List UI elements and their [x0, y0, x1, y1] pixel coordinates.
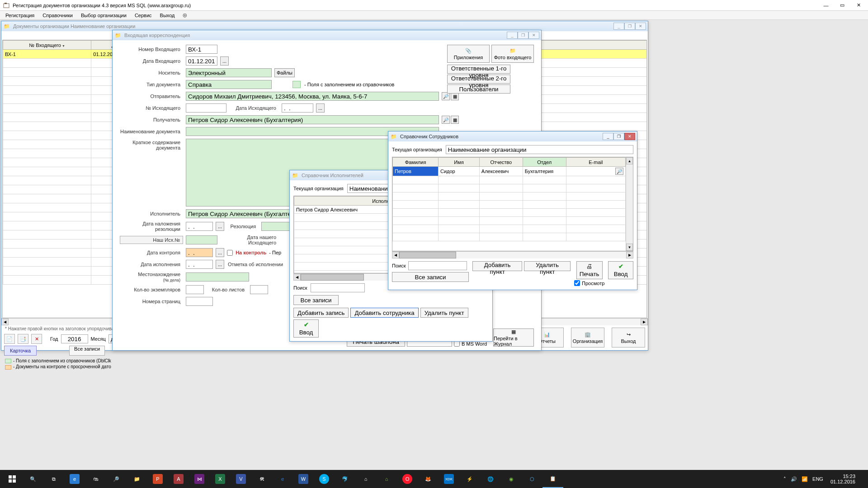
- card-min[interactable]: _: [507, 32, 518, 39]
- tb-excel[interactable]: X: [210, 470, 231, 488]
- journal-min[interactable]: _: [613, 23, 624, 30]
- resdate-input[interactable]: [186, 222, 213, 231]
- taskbar-clock[interactable]: 15:23 01.12.2016: [827, 474, 859, 484]
- exec-delete-button[interactable]: Удалить пункт: [420, 308, 468, 318]
- emp-col-patronymic[interactable]: Отчество: [479, 158, 523, 167]
- tb-word[interactable]: W: [293, 470, 314, 488]
- tb-opera[interactable]: O: [397, 470, 418, 488]
- start-button[interactable]: [2, 470, 23, 488]
- tb-store[interactable]: 🛍: [85, 470, 106, 488]
- recipient-grid-icon[interactable]: ▦: [451, 116, 459, 124]
- minimize-button[interactable]: —: [819, 1, 833, 9]
- tray-network-icon[interactable]: 🔊: [791, 476, 797, 482]
- emp-col-lastname[interactable]: Фамилия: [393, 158, 439, 167]
- sender-input[interactable]: [186, 92, 439, 101]
- ourout-input[interactable]: [186, 235, 217, 244]
- recipient-ref-icon[interactable]: 🔎: [442, 116, 450, 124]
- onctrl-checkbox[interactable]: [227, 250, 233, 256]
- tb-visio[interactable]: V: [231, 470, 251, 488]
- emp-max[interactable]: ❐: [613, 133, 624, 140]
- tb-app3[interactable]: ⌂: [376, 470, 397, 488]
- emp-print-button[interactable]: 🖨Печать: [576, 261, 603, 279]
- ctrldate-input[interactable]: [186, 248, 213, 257]
- tb-explorer[interactable]: 📁: [127, 470, 147, 488]
- tb-tools[interactable]: 🛠: [251, 470, 272, 488]
- tb-current-app[interactable]: 📋: [542, 470, 563, 488]
- tb-skype[interactable]: S: [314, 470, 335, 488]
- users-button[interactable]: Пользователи: [447, 84, 510, 94]
- emp-org-input[interactable]: [446, 145, 633, 154]
- emp-col-firstname[interactable]: Имя: [438, 158, 479, 167]
- close-button[interactable]: ✕: [852, 1, 865, 9]
- emp-email-lookup[interactable]: 🔎: [615, 168, 623, 175]
- tb-app6[interactable]: ⬡: [522, 470, 542, 488]
- taskview-button[interactable]: ⧉: [43, 470, 64, 488]
- copies-input[interactable]: [186, 285, 204, 294]
- tb-chrome[interactable]: 🌐: [480, 470, 501, 488]
- tb-app5[interactable]: ◉: [501, 470, 522, 488]
- card-max[interactable]: ❐: [518, 32, 528, 39]
- emp-min[interactable]: _: [603, 133, 613, 140]
- emp-col-department[interactable]: Отдел: [523, 158, 566, 167]
- doctype-input[interactable]: [186, 80, 272, 89]
- exec-enter-button[interactable]: ✔Ввод: [293, 319, 319, 338]
- emp-add-button[interactable]: Добавить пункт: [472, 261, 522, 271]
- year-input[interactable]: [61, 334, 88, 343]
- date-pick-button[interactable]: ...: [220, 56, 229, 66]
- tb-xdk[interactable]: XDK: [439, 470, 459, 488]
- search-button[interactable]: 🔍: [23, 470, 43, 488]
- tb-access[interactable]: A: [168, 470, 189, 488]
- emp-grid[interactable]: Фамилия Имя Отчество Отдел E-mail Петров…: [392, 157, 633, 251]
- tb-search-2[interactable]: 🔎: [106, 470, 127, 488]
- ctrldate-pick[interactable]: ...: [216, 248, 224, 257]
- emp-vscroll[interactable]: ▲▼: [626, 157, 633, 251]
- exec-search-input[interactable]: [311, 283, 365, 292]
- exec-add-employee-button[interactable]: Добавить сотрудника: [350, 308, 418, 318]
- emp-search-input[interactable]: [408, 261, 467, 270]
- exit-button[interactable]: ↪Выход: [612, 328, 645, 347]
- journal-max[interactable]: ❐: [624, 23, 635, 30]
- exec-add-record-button[interactable]: Добавить запись: [293, 308, 349, 318]
- emp-close[interactable]: ✕: [624, 133, 635, 140]
- menu-references[interactable]: Справочники: [39, 12, 76, 19]
- menu-choose-org[interactable]: Выбор организации: [77, 12, 130, 19]
- card-titlebar[interactable]: 📁 Входящая корреспонденция _ ❐ ✕: [113, 30, 541, 40]
- tb-app4[interactable]: ⚡: [459, 470, 480, 488]
- tb-firefox[interactable]: 🦊: [418, 470, 439, 488]
- delete-doc-button[interactable]: ✕: [31, 334, 42, 344]
- donedate-input[interactable]: [186, 260, 213, 269]
- exec-all-button[interactable]: Все записи: [293, 295, 339, 305]
- go-journal-button[interactable]: ▦Перейти в Журнал: [493, 328, 534, 347]
- tray[interactable]: ˄ 🔊 📶 ENG: [780, 476, 827, 482]
- emp-col-email[interactable]: E-mail: [566, 158, 625, 167]
- tb-edge[interactable]: e: [64, 470, 85, 488]
- emp-row[interactable]: Петров Сидор Алексеевич Бухгалтерия 🔎: [393, 167, 626, 176]
- organization-button[interactable]: 🏢Организация: [571, 328, 604, 347]
- emp-view-checkbox[interactable]: [574, 280, 580, 286]
- menu-service[interactable]: Сервис: [131, 12, 156, 19]
- journal-close[interactable]: ✕: [635, 23, 646, 30]
- incoming-no-input[interactable]: [186, 45, 217, 54]
- location-input[interactable]: [186, 272, 249, 282]
- emp-enter-button[interactable]: ✔Ввод: [608, 261, 633, 279]
- show-desktop[interactable]: [859, 470, 866, 488]
- photo-button[interactable]: 📁Фото входящего: [491, 45, 534, 63]
- tb-powerpoint[interactable]: P: [147, 470, 168, 488]
- outgoing-date-input[interactable]: [282, 103, 313, 113]
- resp1-button[interactable]: Ответственные 1-го уровня: [447, 65, 510, 74]
- help-icon[interactable]: ◎: [179, 11, 191, 19]
- recipient-input[interactable]: [186, 115, 439, 124]
- attachments-button[interactable]: 📎Приложения: [447, 45, 490, 63]
- pages-input[interactable]: [186, 297, 213, 306]
- resdate-pick[interactable]: ...: [216, 222, 224, 231]
- tb-app1[interactable]: 🐬: [335, 470, 355, 488]
- card-close[interactable]: ✕: [528, 32, 539, 39]
- maximize-button[interactable]: ▭: [835, 1, 849, 9]
- tray-up-icon[interactable]: ˄: [783, 476, 786, 482]
- menu-registration[interactable]: Регистрация: [2, 12, 38, 19]
- outgoing-date-pick[interactable]: ...: [316, 103, 325, 113]
- tray-lang[interactable]: ENG: [812, 476, 823, 482]
- new-doc-button[interactable]: 📄: [4, 334, 15, 344]
- employees-titlebar[interactable]: 📁 Справочник Сотрудников _ ❐ ✕: [388, 131, 637, 141]
- emp-all-button[interactable]: Все записи: [392, 272, 469, 282]
